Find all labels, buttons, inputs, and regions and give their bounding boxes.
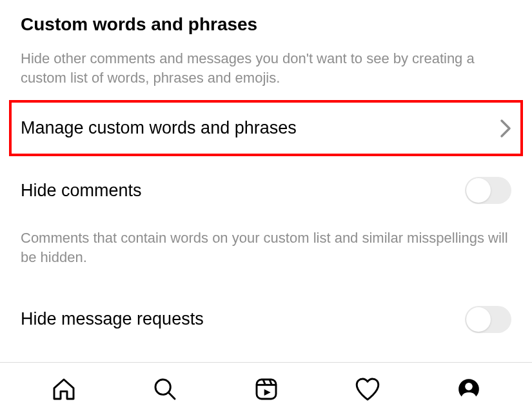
hide-message-requests-label: Hide message requests xyxy=(21,309,204,329)
reels-icon xyxy=(253,376,279,402)
hide-message-requests-toggle[interactable] xyxy=(465,306,511,333)
search-icon xyxy=(152,376,178,402)
nav-profile[interactable] xyxy=(418,376,519,402)
nav-search[interactable] xyxy=(114,376,215,402)
nav-activity[interactable] xyxy=(317,376,418,402)
hide-comments-toggle[interactable] xyxy=(465,177,511,204)
nav-home[interactable] xyxy=(13,376,114,402)
manage-custom-words-row[interactable]: Manage custom words and phrases xyxy=(9,100,523,156)
svg-line-1 xyxy=(168,392,174,398)
hide-message-requests-row: Hide message requests xyxy=(0,280,532,333)
bottom-navigation xyxy=(0,362,532,415)
svg-point-7 xyxy=(465,383,473,390)
section-description: Hide other comments and messages you don… xyxy=(0,43,532,100)
chevron-right-icon xyxy=(500,119,511,138)
home-icon xyxy=(51,376,77,402)
hide-comments-description: Comments that contain words on your cust… xyxy=(0,210,532,279)
hide-comments-label: Hide comments xyxy=(21,181,142,201)
heart-icon xyxy=(354,376,381,402)
nav-reels[interactable] xyxy=(215,376,317,402)
toggle-knob xyxy=(466,178,491,203)
hide-comments-row: Hide comments xyxy=(0,163,532,210)
profile-icon xyxy=(456,376,482,402)
toggle-knob xyxy=(466,307,491,332)
manage-custom-words-label: Manage custom words and phrases xyxy=(21,118,297,138)
svg-rect-2 xyxy=(257,380,276,399)
settings-content: Custom words and phrases Hide other comm… xyxy=(0,0,532,333)
section-title: Custom words and phrases xyxy=(0,0,532,43)
